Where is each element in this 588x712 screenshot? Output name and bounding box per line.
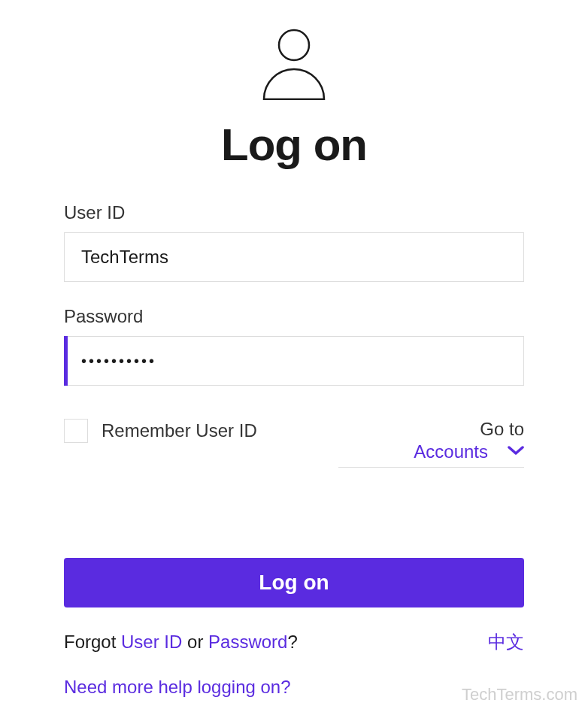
logon-button[interactable]: Log on — [64, 558, 524, 607]
options-row: Remember User ID Go to Accounts — [64, 419, 524, 468]
help-link[interactable]: Need more help logging on? — [64, 677, 291, 698]
watermark: TechTerms.com — [462, 685, 577, 704]
user-id-label: User ID — [64, 202, 524, 223]
chevron-down-icon — [508, 445, 524, 459]
goto-value: Accounts — [414, 441, 488, 462]
forgot-password-link[interactable]: Password — [208, 632, 287, 652]
user-icon — [259, 29, 329, 100]
remember-label: Remember User ID — [102, 420, 257, 441]
password-label: Password — [64, 306, 524, 327]
forgot-text: Forgot User ID or Password? — [64, 632, 298, 653]
svg-point-0 — [279, 30, 309, 60]
links-row: Forgot User ID or Password? 中文 — [64, 630, 524, 654]
password-input-wrap — [64, 336, 524, 386]
password-input[interactable] — [64, 336, 524, 386]
forgot-userid-link[interactable]: User ID — [121, 632, 182, 652]
goto-wrap: Go to Accounts — [338, 419, 524, 468]
login-form: Log on User ID Password Remember User ID… — [0, 0, 588, 698]
goto-label: Go to — [338, 419, 524, 440]
password-group: Password — [64, 306, 524, 386]
remember-checkbox[interactable] — [64, 419, 88, 443]
user-id-group: User ID — [64, 202, 524, 282]
forgot-prefix: Forgot — [64, 632, 121, 652]
remember-wrap: Remember User ID — [64, 419, 257, 443]
page-title: Log on — [64, 119, 524, 171]
user-icon-wrap — [64, 29, 524, 100]
language-link[interactable]: 中文 — [488, 630, 524, 654]
goto-select[interactable]: Accounts — [338, 441, 524, 468]
forgot-middle: or — [182, 632, 208, 652]
user-id-input[interactable] — [64, 232, 524, 282]
forgot-suffix: ? — [287, 632, 297, 652]
